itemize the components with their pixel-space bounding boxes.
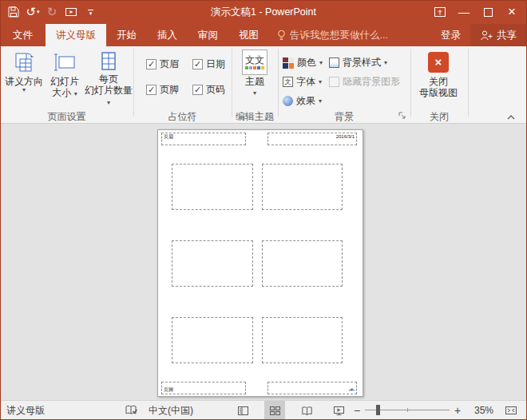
slideshow-view-button[interactable] <box>328 401 349 420</box>
zoom-slider-thumb[interactable] <box>376 405 380 415</box>
dropdown-arrow-icon: ▾ <box>319 60 323 66</box>
ribbon: 讲义方向 ▾ 幻灯片 大小 ▾ 每页 幻灯片数量 ▾ 页面设置 ✓ 页眉 ✓ 日… <box>0 46 527 124</box>
dropdown-arrow-icon: ▾ <box>384 60 387 66</box>
group-separator <box>278 49 279 117</box>
slides-per-page-button[interactable]: 每页 幻灯片数量 ▾ <box>83 50 134 107</box>
colors-button[interactable]: 颜色 ▾ <box>283 54 323 71</box>
slide-size-button[interactable]: 幻灯片 大小 ▾ <box>46 50 83 107</box>
date-placeholder-text: 2016/3/1 <box>336 134 355 139</box>
normal-view-button[interactable] <box>232 401 253 420</box>
checkbox-check-icon: ✓ <box>192 59 203 69</box>
header-placeholder[interactable]: 页眉 <box>161 133 246 145</box>
ribbon-display-options-icon <box>434 7 446 17</box>
group-separator <box>468 49 469 117</box>
close-master-view-label-line1: 关闭 <box>429 76 448 87</box>
footer-checkbox-label: 页脚 <box>160 83 179 97</box>
date-placeholder[interactable]: 2016/3/1 <box>267 133 357 145</box>
date-checkbox[interactable]: ✓ 日期 <box>192 57 225 71</box>
tab-view[interactable]: 视图 <box>228 24 269 46</box>
group-label-background: 背景 <box>278 110 410 124</box>
header-placeholder-text: 页眉 <box>164 134 173 139</box>
page-number-checkbox[interactable]: ✓ 页码 <box>192 83 225 97</box>
close-master-view-button[interactable]: × 关闭 母版视图 <box>415 50 462 107</box>
tell-me-box[interactable]: 告诉我您想要做什么... <box>277 24 388 46</box>
tab-file[interactable]: 文件 <box>0 24 46 46</box>
slide-placeholder-4[interactable] <box>262 240 343 287</box>
ribbon-display-options-button[interactable] <box>428 0 452 24</box>
page-number-checkbox-label: 页码 <box>206 83 225 97</box>
checkbox-empty-icon <box>329 77 339 87</box>
slide-sorter-view-button[interactable] <box>264 401 285 420</box>
slide-placeholder-1[interactable] <box>172 164 253 210</box>
hide-background-graphics-checkbox[interactable]: 隐藏背景图形 <box>329 75 400 89</box>
lightbulb-icon <box>277 30 286 42</box>
handout-orientation-icon <box>13 50 35 75</box>
fonts-icon: 文 <box>283 77 293 87</box>
zoom-level-button[interactable]: 35% <box>466 401 493 420</box>
zoom-slider[interactable] <box>365 410 450 410</box>
minimize-icon: — <box>458 6 470 18</box>
maximize-button[interactable] <box>476 0 500 24</box>
share-button[interactable]: 共享 <box>470 24 527 46</box>
dropdown-arrow-icon: ▾ <box>319 79 322 85</box>
fit-to-window-button[interactable] <box>505 401 517 420</box>
slide-placeholder-3[interactable] <box>172 240 253 287</box>
effects-label: 效果 <box>296 94 315 108</box>
slide-placeholder-2[interactable] <box>262 164 343 210</box>
fonts-button[interactable]: 文 字体 ▾ <box>283 73 322 90</box>
themes-icon: 文文 <box>242 50 267 75</box>
close-master-view-label-line2: 母版视图 <box>419 87 458 98</box>
slide-placeholder-5[interactable] <box>172 317 253 363</box>
group-separator <box>410 49 411 117</box>
zoom-out-button[interactable]: − <box>351 401 363 420</box>
spellcheck-button[interactable] <box>125 401 138 420</box>
handout-orientation-button[interactable]: 讲义方向 ▾ <box>3 50 45 107</box>
colors-label: 颜色 <box>297 56 316 69</box>
footer-placeholder[interactable]: 页脚 <box>161 382 246 394</box>
window-controls: — × <box>428 0 524 24</box>
group-label-page-setup: 页面设置 <box>0 110 133 124</box>
zoom-slider-center-tick <box>407 408 408 412</box>
header-checkbox[interactable]: ✓ 页眉 <box>146 57 179 71</box>
slide-size-icon <box>53 50 77 75</box>
reading-view-button[interactable] <box>296 401 317 420</box>
minimize-button[interactable]: — <box>452 0 476 24</box>
tab-home[interactable]: 开始 <box>106 24 147 46</box>
tab-review[interactable]: 审阅 <box>188 24 228 46</box>
collapse-ribbon-button[interactable] <box>506 110 516 125</box>
fonts-label: 字体 <box>296 75 315 89</box>
footer-checkbox[interactable]: ✓ 页脚 <box>146 83 179 97</box>
slideshow-view-icon <box>333 406 345 416</box>
language-button[interactable]: 中文(中国) <box>149 401 193 420</box>
group-label-close: 关闭 <box>410 110 468 124</box>
slides-per-page-label-line2: 幻灯片数量 ▾ <box>83 85 134 107</box>
sign-in-button[interactable]: 登录 <box>431 24 470 46</box>
slide-sorter-icon <box>269 406 281 416</box>
colors-icon <box>283 57 294 69</box>
themes-button[interactable]: 文文 主题 ▾ <box>236 50 274 107</box>
background-styles-button[interactable]: 背景样式 ▾ <box>329 54 387 71</box>
dropdown-arrow-icon: ▾ <box>74 90 77 97</box>
slide-size-label-line1: 幻灯片 <box>50 76 79 87</box>
effects-button[interactable]: 效果 ▾ <box>283 93 322 109</box>
close-icon: × <box>508 4 516 20</box>
dropdown-arrow-icon: ▾ <box>22 87 26 93</box>
slide-placeholder-6[interactable] <box>262 317 343 363</box>
group-label-edit-theme: 编辑主题 <box>232 110 278 124</box>
page-number-placeholder[interactable]: ‹#› <box>267 382 357 394</box>
date-checkbox-label: 日期 <box>206 57 225 71</box>
zoom-in-icon: + <box>454 404 461 417</box>
slide-canvas: 页眉 2016/3/1 页脚 ‹#› <box>0 124 527 400</box>
background-dialog-launcher[interactable] <box>398 109 407 124</box>
tab-insert[interactable]: 插入 <box>147 24 188 46</box>
group-separator <box>133 49 134 117</box>
zoom-in-button[interactable]: + <box>452 401 463 420</box>
footer-placeholder-text: 页脚 <box>164 387 173 393</box>
tab-handout-master[interactable]: 讲义母版 <box>46 24 106 46</box>
close-button[interactable]: × <box>500 0 524 24</box>
header-checkbox-label: 页眉 <box>160 57 179 71</box>
slides-per-page-label-line1: 每页 <box>99 73 118 85</box>
slide-size-label-line2: 大小 ▾ <box>52 87 77 98</box>
normal-view-icon <box>237 406 249 416</box>
close-master-view-icon: × <box>428 50 449 75</box>
